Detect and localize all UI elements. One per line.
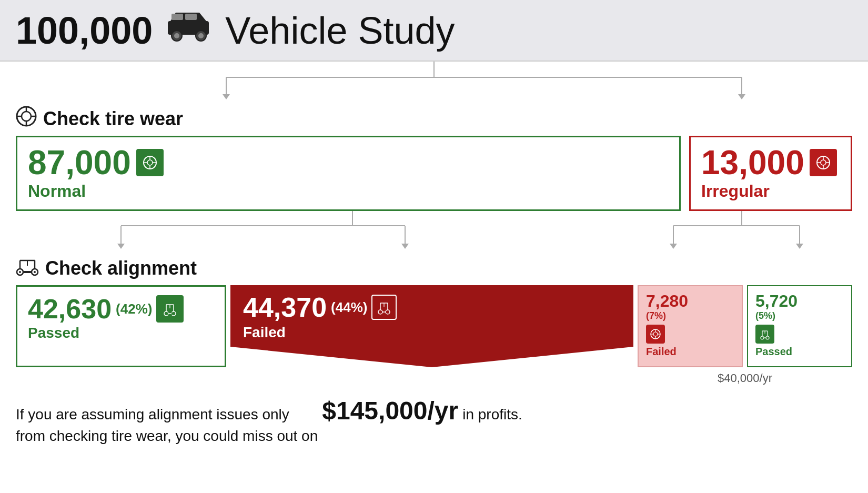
svg-point-63: [378, 310, 382, 314]
svg-rect-1: [171, 14, 183, 20]
normal-label: Normal: [28, 182, 669, 201]
tire-icon: [16, 106, 37, 132]
failed-big-box: 44,370 (44%) Failed: [230, 285, 633, 367]
svg-point-4: [174, 33, 179, 38]
svg-point-71: [653, 332, 658, 336]
svg-marker-10: [223, 94, 230, 99]
normal-box: 87,000 Normal: [16, 136, 681, 211]
bottom-text-2: in profits.: [462, 404, 522, 426]
passed-count: 42,630: [28, 295, 112, 323]
alignment-text: Check alignment: [45, 257, 197, 279]
right-alignment-boxes: 7,280 (7%): [638, 285, 852, 367]
passed-small-label: Passed: [755, 346, 844, 358]
passed-small-badge: [755, 325, 774, 344]
svg-point-64: [386, 310, 390, 314]
failed-big-label: Failed: [243, 324, 621, 341]
svg-marker-42: [670, 244, 677, 249]
header-suffix: Vehicle Study: [225, 12, 455, 49]
mid-connector-svg: [16, 211, 852, 248]
normal-count-row: 87,000: [28, 146, 669, 179]
vehicle-icon: [165, 9, 213, 51]
normal-tire-badge: [136, 149, 164, 176]
alignment-icon: [16, 255, 39, 281]
failed-small-pct: (7%): [646, 310, 734, 321]
svg-point-14: [22, 112, 31, 121]
irregular-tire-badge: [810, 149, 837, 176]
main-content: Check tire wear 87,000: [0, 62, 868, 447]
passed-small-pct: (5%): [755, 310, 844, 321]
mid-connector-area: [16, 211, 852, 248]
irregular-box: 13,000 Irregular: [689, 136, 852, 211]
alignment-label: Check alignment: [16, 255, 852, 281]
bottom-section: If you are assuming alignment issues onl…: [16, 393, 852, 447]
alignment-row: 42,630 (42%) Passed: [16, 285, 852, 367]
passed-count-row: 42,630 (42%): [28, 295, 214, 323]
svg-point-6: [198, 33, 204, 38]
top-connector-svg: [16, 62, 852, 98]
failed-small-num: 7,280: [646, 293, 688, 309]
passed-small-num: 5,720: [755, 293, 798, 309]
passed-small-count: 5,720 (5%): [755, 293, 844, 344]
svg-rect-2: [185, 14, 197, 20]
irregular-label: Irregular: [701, 182, 840, 201]
failed-small-badge: [646, 325, 665, 344]
failed-small-label: Failed: [646, 346, 734, 358]
svg-point-76: [761, 336, 764, 339]
normal-count: 87,000: [28, 146, 131, 179]
svg-marker-36: [117, 244, 125, 249]
failed-big-pct: (44%): [331, 299, 367, 316]
header-number: 100,000: [16, 12, 153, 49]
svg-marker-44: [796, 244, 803, 249]
top-connector-area: [16, 62, 852, 98]
svg-point-77: [766, 336, 769, 339]
passed-pct: (42%): [116, 301, 152, 317]
irregular-count-row: 13,000: [701, 146, 840, 179]
tire-wear-text: Check tire wear: [43, 108, 183, 130]
failed-big-count-row: 44,370 (44%): [243, 294, 621, 321]
page-header: 100,000 Vehicle Study: [0, 0, 868, 62]
passed-box: 42,630 (42%) Passed: [16, 285, 226, 367]
bottom-text-1: If you are assuming alignment issues onl…: [16, 404, 318, 447]
failed-big-count: 44,370: [243, 294, 327, 321]
failed-big-alignment-badge: [371, 295, 397, 320]
svg-point-46: [19, 271, 21, 273]
irregular-count: 13,000: [701, 146, 804, 179]
money-annotation-area: $40,000/yr: [16, 371, 852, 385]
tire-wear-label: Check tire wear: [16, 106, 852, 132]
passed-label: Passed: [28, 325, 214, 341]
bottom-profit: $145,000/yr: [322, 393, 458, 429]
failed-small-box: 7,280 (7%): [638, 285, 743, 367]
failed-small-count: 7,280 (7%): [646, 293, 734, 344]
tire-wear-row: 87,000 Normal 13,000: [16, 136, 852, 211]
svg-marker-12: [738, 94, 745, 99]
svg-point-48: [34, 271, 36, 273]
passed-small-box: 5,720 (5%): [747, 285, 852, 367]
money-annotation: $40,000/yr: [718, 371, 772, 385]
svg-marker-38: [401, 244, 409, 249]
passed-alignment-badge: [156, 295, 184, 323]
svg-rect-49: [23, 271, 32, 273]
